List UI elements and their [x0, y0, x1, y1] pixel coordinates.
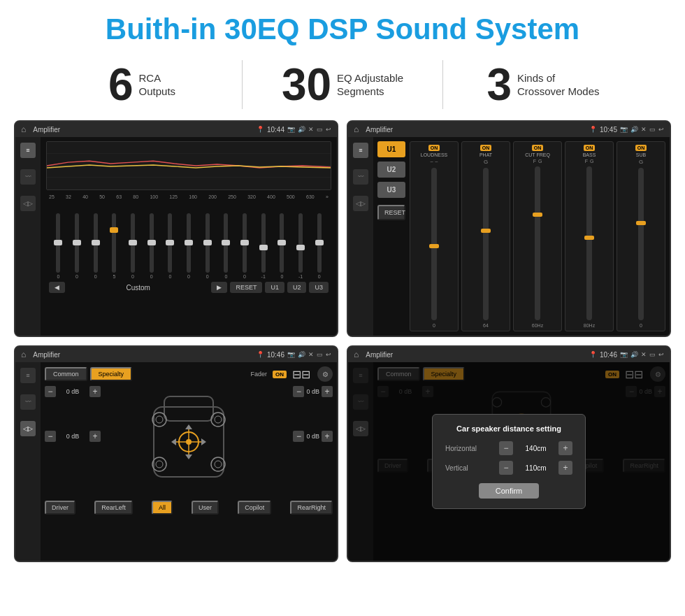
vol-val-rl: 0 dB [58, 433, 87, 440]
vol-plus-rl[interactable]: + [89, 431, 101, 442]
settings-icon-3[interactable]: ⚙ [317, 366, 333, 382]
screen-eq: ⌂ Amplifier 📍 10:44 📷 🔊 ✕ ▭ ↩ ≡ 〰 ◁▷ [14, 120, 338, 337]
eq-slider-13: -1 [291, 213, 310, 279]
status-bar-3: ⌂ Amplifier 📍 10:46 📷 🔊 ✕ ▭ ↩ [15, 347, 337, 362]
wave-icon[interactable]: 〰 [20, 169, 36, 185]
preset-u2[interactable]: U2 [377, 162, 405, 178]
vol-minus-fl[interactable]: − [45, 386, 56, 397]
horizontal-plus[interactable]: + [558, 441, 572, 455]
back-icon-3: ↩ [326, 351, 331, 358]
wave-icon-3[interactable]: 〰 [20, 394, 36, 410]
status-icons-4: 📍 10:46 📷 🔊 ✕ ▭ ↩ [589, 351, 664, 359]
stat-eq-text: EQ AdjustableSegments [337, 71, 403, 99]
eq-main: 2532405063 80100125160200 25032040050063… [41, 137, 337, 336]
status-time-2: 10:45 [600, 126, 617, 134]
volume-icon-4: 🔊 [630, 351, 638, 358]
tab-common[interactable]: Common [45, 367, 87, 381]
location-icon-3: 📍 [257, 351, 264, 358]
vol-minus-rr[interactable]: − [293, 431, 304, 442]
eq-chart [46, 141, 331, 190]
eq-slider-10: 0 [236, 213, 254, 279]
home-icon-4[interactable]: ⌂ [354, 350, 359, 359]
vol-val-fr: 0 dB [306, 388, 319, 395]
rear-right-button[interactable]: RearRight [290, 501, 333, 515]
speaker-tabs: Common Specialty Fader ON ⊟⊟ ⚙ [45, 366, 333, 382]
speaker-icon-2[interactable]: ◁▷ [353, 196, 368, 211]
channel-cutfreq: ON CUT FREQ FG 60Hz [513, 141, 562, 331]
vol-plus-rr[interactable]: + [322, 431, 333, 442]
user-button[interactable]: User [192, 501, 219, 515]
eq-controls: ◀ Custom ▶ RESET U1 U2 U3 [46, 279, 331, 293]
distance-dialog: Car speaker distance setting Horizontal … [432, 414, 586, 509]
status-time-1: 10:44 [267, 126, 284, 134]
bass-slider[interactable] [586, 166, 592, 320]
all-button[interactable]: All [152, 501, 173, 515]
svg-point-7 [156, 416, 163, 423]
rear-left-button[interactable]: RearLeft [94, 501, 133, 515]
driver-button[interactable]: Driver [45, 501, 75, 515]
amp-main: U1 U2 U3 RESET ON LOUDNESS ~~ [373, 137, 670, 336]
eq-u2-button[interactable]: U2 [287, 282, 307, 293]
window-icon-3: ▭ [317, 351, 323, 358]
horizontal-value: 140cm [519, 445, 553, 452]
vertical-minus[interactable]: − [499, 461, 513, 475]
speaker-layout: − 0 dB + − 0 dB + [45, 386, 333, 498]
amp-reset-button[interactable]: RESET [377, 205, 405, 220]
wave-icon-2[interactable]: 〰 [353, 169, 368, 185]
loudness-slider[interactable] [431, 168, 437, 320]
stat-rca-text: RCAOutputs [139, 71, 176, 99]
cutfreq-on: ON [532, 145, 544, 151]
bass-on: ON [584, 145, 596, 151]
vol-plus-fr[interactable]: + [322, 386, 333, 397]
eq-prev-button[interactable]: ◀ [49, 282, 65, 293]
preset-u1[interactable]: U1 [377, 141, 405, 157]
amp-presets: U1 U2 U3 RESET [377, 141, 405, 331]
loudness-on: ON [428, 145, 440, 151]
horizontal-minus[interactable]: − [499, 441, 513, 455]
close-icon-3: ✕ [308, 351, 314, 358]
eq-u3-button[interactable]: U3 [309, 282, 329, 293]
screen-dialog: ⌂ Amplifier 📍 10:46 📷 🔊 ✕ ▭ ↩ ≡ 〰 ◁▷ Com… [347, 345, 671, 562]
vertical-plus[interactable]: + [558, 461, 572, 475]
tab-specialty[interactable]: Specialty [90, 367, 133, 381]
vol-control-fr: − 0 dB + [293, 386, 333, 397]
vol-plus-fl[interactable]: + [89, 386, 101, 397]
speaker-icon[interactable]: ◁▷ [20, 196, 36, 211]
eq-reset-button[interactable]: RESET [230, 282, 262, 293]
eq-freq-labels: 2532405063 80100125160200 25032040050063… [46, 194, 331, 199]
home-icon-2[interactable]: ⌂ [354, 124, 359, 134]
eq-icon-2[interactable]: ≡ [353, 143, 368, 158]
sidebar-3: ≡ 〰 ◁▷ [15, 362, 41, 561]
eq-next-button[interactable]: ▶ [211, 282, 227, 293]
cutfreq-label: CUT FREQ [525, 152, 550, 157]
svg-point-13 [215, 461, 222, 468]
speaker-icon-3[interactable]: ◁▷ [20, 421, 36, 436]
sidebar-2: ≡ 〰 ◁▷ [348, 137, 373, 336]
volume-icon: 🔊 [298, 126, 305, 133]
screen-content-2: ≡ 〰 ◁▷ U1 U2 U3 RESET ON LOUDNESS [348, 137, 670, 336]
confirm-button[interactable]: Confirm [479, 483, 540, 499]
eq-u1-button[interactable]: U1 [265, 282, 284, 293]
preset-u3[interactable]: U3 [377, 182, 405, 198]
home-icon[interactable]: ⌂ [21, 124, 26, 134]
svg-marker-20 [171, 438, 176, 445]
sub-slider[interactable] [638, 168, 644, 320]
vol-minus-rl[interactable]: − [45, 431, 56, 442]
eq-slider-9: 0 [217, 213, 236, 279]
channel-phat: ON PHAT G 64 [461, 141, 510, 331]
eq-icon-3[interactable]: ≡ [20, 368, 36, 383]
vol-minus-fr[interactable]: − [293, 386, 304, 397]
amp-controls: ON LOUDNESS ~~ 0 ON PHAT G [410, 141, 665, 331]
copilot-button[interactable]: Copilot [238, 501, 271, 515]
screen-speaker: ⌂ Amplifier 📍 10:46 📷 🔊 ✕ ▭ ↩ ≡ 〰 ◁▷ Com… [14, 345, 338, 562]
eq-slider-12: 0 [273, 213, 291, 279]
eq-sliders: 0 0 0 5 0 [46, 202, 331, 279]
eq-icon[interactable]: ≡ [20, 143, 36, 158]
home-icon-3[interactable]: ⌂ [21, 350, 26, 359]
channel-sub: ON SUB G 0 [616, 141, 665, 331]
back-icon-4: ↩ [658, 351, 664, 358]
status-bar-2: ⌂ Amplifier 📍 10:45 📷 🔊 ✕ ▭ ↩ [348, 122, 670, 137]
phat-slider[interactable] [483, 168, 489, 320]
vol-val-fl: 0 dB [58, 388, 87, 395]
cutfreq-slider[interactable] [535, 166, 540, 320]
